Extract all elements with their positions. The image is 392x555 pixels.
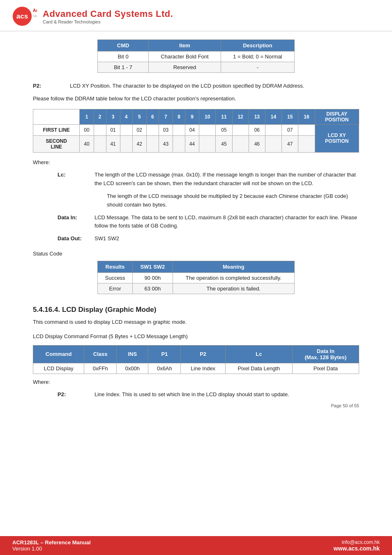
footer-website: www.acs.com.hk <box>334 545 380 552</box>
ins-header: INS <box>117 345 148 363</box>
ddram-col-11: 11 <box>216 109 232 124</box>
cell: 02 <box>132 124 146 135</box>
p2b-text: Line Index. This is used to set which li… <box>95 390 359 399</box>
lc-text2: The length of the LCD message should be … <box>58 192 359 209</box>
item-cell: Character Bold Font <box>149 51 221 62</box>
cell: 07 <box>282 124 298 135</box>
meaning-cell: The operation is completed successfully. <box>173 272 294 283</box>
cell <box>120 124 132 135</box>
lc-section: Lc: The length of the LCD message (max. … <box>33 171 359 209</box>
cell <box>298 124 315 135</box>
lc-label: Lc: <box>58 171 90 188</box>
cell: 05 <box>216 124 232 135</box>
sw1sw2-header: SW1 SW2 <box>133 261 173 272</box>
cell <box>94 135 106 152</box>
table-row: Bit 0 Character Bold Font 1 = Bold; 0 = … <box>98 51 295 62</box>
cell: 45 <box>216 135 232 152</box>
desc-cell: - <box>221 62 294 73</box>
where2-label: Where: <box>33 378 359 387</box>
p2-label: P2: <box>33 82 66 91</box>
ddram-empty-header <box>33 109 80 124</box>
ddram-intro: Please follow the DDRAM table below for … <box>33 95 359 103</box>
sw-cell: 90 00h <box>133 272 173 283</box>
p1-header: P1 <box>148 345 181 363</box>
table-row: SECONDLINE 40 41 42 43 44 45 46 47 <box>33 135 359 152</box>
p2-section: P2: LCD XY Position. The character to be… <box>33 82 359 91</box>
svg-text:Advanced Card Systems Ltd.: Advanced Card Systems Ltd. <box>33 8 37 13</box>
meaning-header: Meaning <box>173 261 294 272</box>
dataout-section: Data Out: SW1 SW2 <box>33 235 359 243</box>
cell: 00 <box>80 124 94 135</box>
cell: 42 <box>132 135 146 152</box>
page-number: Page 50 of 55 <box>33 403 359 408</box>
ddram-col-5: 5 <box>132 109 146 124</box>
datain-header: Data In(Max. 128 Bytes) <box>292 345 359 363</box>
ddram-col-13: 13 <box>249 109 265 124</box>
ddram-col-2: 2 <box>94 109 106 124</box>
result-cell: Error <box>98 283 133 294</box>
results-header: Results <box>98 261 133 272</box>
cell <box>173 124 185 135</box>
table-row: Error 63 00h The operation is failed. <box>98 283 295 294</box>
header-text: Advanced Card Systems Ltd. Card & Reader… <box>43 9 173 24</box>
svg-text:acs: acs <box>16 12 28 21</box>
table-row: LCD Display 0xFFh 0x00h 0x6Ah Line Index… <box>33 363 359 374</box>
cell: 47 <box>282 135 298 152</box>
cell <box>94 124 106 135</box>
lcd-xy-position: LCD XYPOSITION <box>315 124 359 152</box>
p2b-label: P2: <box>58 390 90 399</box>
second-line-label: SECONDLINE <box>33 135 80 152</box>
footer-email: info@acs.com.hk <box>334 539 380 545</box>
p2-value: LCD XY Position. The character to be dis… <box>70 82 359 91</box>
footer: ACR1283L – Reference Manual Version 1.00… <box>0 536 392 555</box>
acs-logo: acs Advanced Card Systems Ltd. Card & Re… <box>12 5 37 28</box>
sw-cell: 63 00h <box>133 283 173 294</box>
ddram-col-6: 6 <box>146 109 159 124</box>
svg-text:Card & Reader Technologies: Card & Reader Technologies <box>33 14 37 18</box>
cell <box>232 135 249 152</box>
cell <box>199 124 216 135</box>
class-header: Class <box>84 345 117 363</box>
main-content: CMD Item Description Bit 0 Character Bol… <box>0 31 392 441</box>
ddram-col-10: 10 <box>199 109 216 124</box>
cell <box>173 135 185 152</box>
status-code-label: Status Code <box>33 251 359 257</box>
meaning-cell: The operation is failed. <box>173 283 294 294</box>
lc-row: Lc: The length of the LCD message (max. … <box>58 171 359 188</box>
cell <box>265 124 281 135</box>
section-intro: This command is used to display LCD mess… <box>33 318 359 327</box>
class-cell: 0xFFh <box>84 363 117 374</box>
p2b-row: P2: Line Index. This is used to set whic… <box>58 390 359 399</box>
ddram-col-15: 15 <box>282 109 298 124</box>
datain-section: Data In: LCD Message. The data to be sen… <box>33 214 359 231</box>
desc-col-header: Description <box>221 40 294 51</box>
company-tagline: Card & Reader Technologies <box>43 19 173 24</box>
ddram-display-pos: DISPLAYPOSITION <box>315 109 359 124</box>
cell: 46 <box>249 135 265 152</box>
item-col-header: Item <box>149 40 221 51</box>
company-name: Advanced Card Systems Ltd. <box>43 9 173 19</box>
cell: 06 <box>249 124 265 135</box>
ddram-table: 1 2 3 4 5 6 7 8 9 10 11 12 13 14 15 16 D… <box>33 109 359 153</box>
datain-cell: Pixel Data <box>292 363 359 374</box>
table-row: Bit 1 - 7 Reserved - <box>98 62 295 73</box>
cell <box>232 124 249 135</box>
cmd-cell: Bit 0 <box>98 51 149 62</box>
cmd-table: CMD Item Description Bit 0 Character Bol… <box>97 39 295 73</box>
ins-cell: 0x00h <box>117 363 148 374</box>
p1-cell: 0x6Ah <box>148 363 181 374</box>
cell: 43 <box>159 135 173 152</box>
table-row: FIRST LINE 00 01 02 03 04 05 06 07 LCD X… <box>33 124 359 135</box>
item-cell: Reserved <box>149 62 221 73</box>
cell <box>120 135 132 152</box>
cell: 44 <box>185 135 199 152</box>
cell <box>199 135 216 152</box>
lc-header: Lc <box>225 345 292 363</box>
dataout-row: Data Out: SW1 SW2 <box>58 235 359 243</box>
dataout-text: SW1 SW2 <box>95 235 359 243</box>
cell <box>146 124 159 135</box>
desc-cell: 1 = Bold; 0 = Normal <box>221 51 294 62</box>
footer-right: info@acs.com.hk www.acs.com.hk <box>334 539 380 552</box>
dataout-label: Data Out: <box>58 235 90 243</box>
ddram-col-1: 1 <box>80 109 94 124</box>
